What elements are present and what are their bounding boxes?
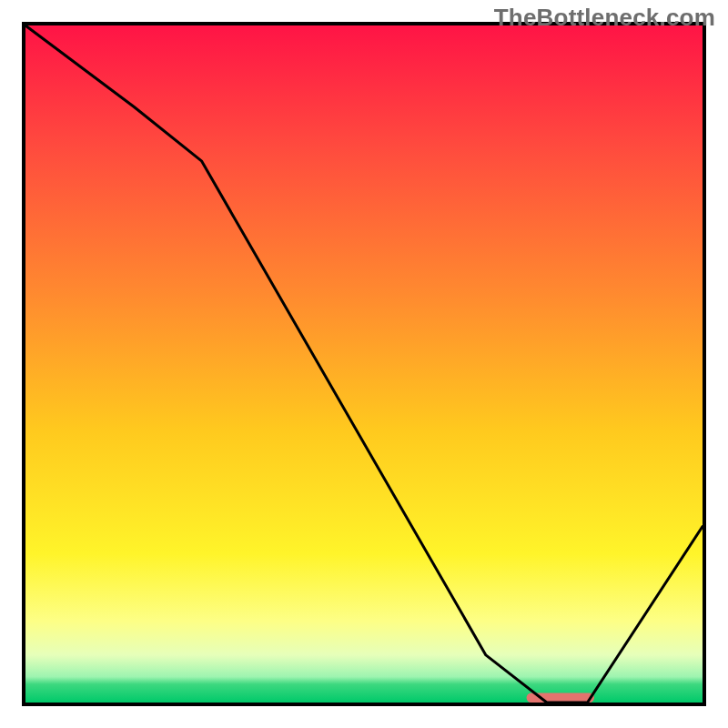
background-gradient [25, 25, 703, 703]
plot-frame [22, 22, 706, 706]
watermark-text: TheBottleneck.com [494, 4, 715, 32]
plot-svg [25, 25, 703, 703]
chart-container: TheBottleneck.com [0, 0, 728, 728]
